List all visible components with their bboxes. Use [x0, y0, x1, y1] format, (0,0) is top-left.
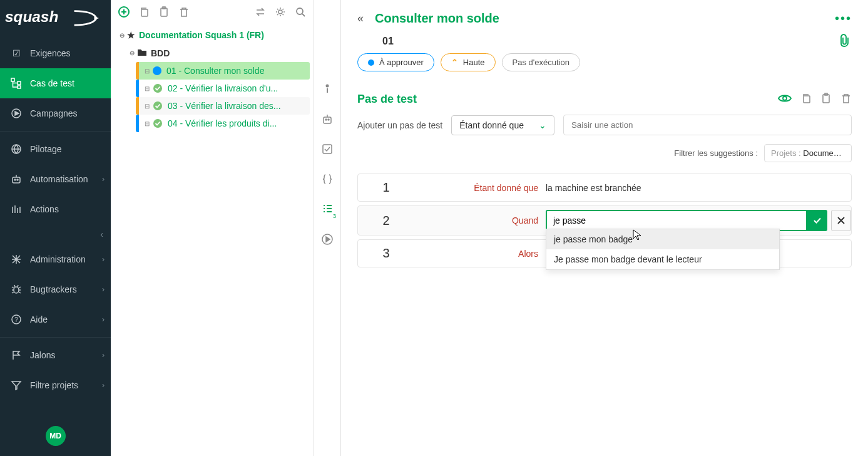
sliders-icon: [10, 253, 23, 266]
filter-prefix: Projets :: [771, 148, 803, 158]
toggle-icon[interactable]: ⊟: [143, 85, 151, 92]
nav-actions[interactable]: Actions: [0, 194, 111, 224]
status-chips: À approuver ⌃ Haute Pas d'exécution: [357, 53, 852, 71]
chevron-right-icon: ›: [102, 175, 105, 184]
toggle-icon[interactable]: ⊟: [143, 68, 151, 75]
copy-icon[interactable]: [137, 5, 151, 19]
tree-folder[interactable]: ⊖ BDD: [125, 44, 310, 62]
cancel-button[interactable]: [831, 210, 851, 231]
suggestions-dropdown: je passe mon badge Je passe mon badge de…: [546, 229, 780, 270]
add-icon[interactable]: [117, 5, 131, 19]
step-row[interactable]: 1 Étant donné que la machine est branché…: [357, 174, 852, 202]
svg-point-22: [153, 119, 162, 128]
nav-filtre-projets[interactable]: Filtre projets ›: [0, 370, 111, 400]
user-avatar[interactable]: MD: [46, 426, 66, 446]
nav-list: ☑ Exigences Cas de test Campagnes Pilota…: [0, 38, 111, 416]
eye-icon[interactable]: [778, 93, 792, 105]
tree: ⊖ ★ Documentation Squash 1 (FR) ⊖ BDD ⊟ …: [111, 24, 314, 135]
detail-panel: « Consulter mon solde ••• 01 À approuver…: [341, 0, 868, 456]
toggle-icon[interactable]: ⊟: [143, 120, 151, 127]
nav-pilotage[interactable]: Pilotage: [0, 134, 111, 164]
swap-icon[interactable]: [253, 5, 267, 19]
add-step-label: Ajouter un pas de test: [357, 120, 442, 130]
step-number: 1: [358, 174, 414, 201]
tree-toolbar: [111, 0, 314, 24]
checklist-icon[interactable]: [320, 142, 335, 157]
filter-label: Filtrer les suggestions :: [674, 148, 758, 158]
chevron-right-icon: ›: [102, 255, 105, 264]
suggestion-item[interactable]: je passe mon badge: [546, 229, 779, 249]
step-edit-input[interactable]: [546, 210, 807, 231]
step-value: la machine est branchée: [546, 177, 851, 199]
toggle-icon[interactable]: ⊟: [143, 103, 151, 110]
testcase-row[interactable]: ⊟ 01 - Consulter mon solde: [136, 62, 310, 80]
svg-point-21: [153, 101, 162, 110]
nav-bugtrackers[interactable]: Bugtrackers ›: [0, 274, 111, 304]
robot-icon[interactable]: [320, 111, 335, 127]
folder-icon: [137, 48, 147, 58]
bars-icon: [10, 203, 23, 215]
gear-icon[interactable]: [273, 5, 287, 19]
globe-icon: [10, 143, 23, 155]
svg-rect-31: [804, 96, 810, 103]
svg-rect-24: [324, 117, 331, 123]
search-icon[interactable]: [294, 5, 307, 19]
nav-exigences[interactable]: ☑ Exigences: [0, 38, 111, 68]
svg-point-30: [783, 96, 787, 100]
delete-icon[interactable]: [840, 93, 852, 106]
funnel-icon: [10, 379, 23, 391]
confirm-button[interactable]: [807, 210, 827, 231]
collapse-icon[interactable]: ⊖: [117, 32, 127, 39]
nav-label: Administration: [30, 254, 86, 264]
paste-icon[interactable]: [820, 93, 832, 106]
collapse-icon[interactable]: ⊖: [127, 49, 137, 56]
page-title: Consulter mon solde: [375, 11, 499, 26]
status-chip-approve[interactable]: À approuver: [357, 53, 434, 71]
svg-rect-3: [18, 81, 21, 85]
nav-label: Automatisation: [30, 174, 88, 184]
nav-automatisation[interactable]: Automatisation ›: [0, 164, 111, 194]
nav-cas-de-test[interactable]: Cas de test: [0, 68, 111, 98]
play-circle-icon[interactable]: [320, 232, 335, 247]
svg-marker-6: [15, 111, 19, 115]
testcase-row[interactable]: ⊟ 02 - Vérifier la livraison d'u...: [136, 80, 310, 97]
priority-chip-high[interactable]: ⌃ Haute: [441, 53, 496, 71]
filter-select[interactable]: Projets : Document...: [764, 144, 852, 162]
nav-campagnes[interactable]: Campagnes: [0, 98, 111, 128]
testcase-row[interactable]: ⊟ 03 - Vérifier la livraison des...: [136, 97, 310, 115]
nav-label: Actions: [30, 204, 59, 214]
suggestion-item[interactable]: Je passe mon badge devant le lecteur: [546, 249, 779, 269]
delete-icon[interactable]: [177, 5, 191, 19]
braces-icon[interactable]: [320, 172, 335, 187]
nav-label: Campagnes: [30, 108, 78, 118]
nav-aide[interactable]: ? Aide ›: [0, 304, 111, 334]
collapse-left-icon[interactable]: «: [357, 12, 364, 25]
robot-icon: [10, 173, 23, 185]
copy-icon[interactable]: [800, 93, 812, 106]
chip-label: À approuver: [379, 58, 424, 67]
step-keyword: Alors: [414, 249, 546, 259]
paste-icon[interactable]: [157, 5, 171, 19]
svg-rect-27: [323, 145, 332, 153]
execution-chip[interactable]: Pas d'exécution: [502, 53, 580, 71]
nav-jalons[interactable]: Jalons ›: [0, 340, 111, 370]
keyword-select[interactable]: Étant donné que ⌄: [451, 115, 554, 135]
chevron-right-icon: ›: [102, 315, 105, 324]
more-icon[interactable]: •••: [835, 11, 852, 26]
nav-administration[interactable]: Administration ›: [0, 244, 111, 274]
attachment-icon[interactable]: [839, 34, 852, 49]
chevron-right-icon: ›: [102, 351, 105, 360]
action-input[interactable]: [563, 115, 852, 135]
step-row[interactable]: 2 Quand je passe mon badge Je passe mon …: [357, 205, 852, 236]
bug-icon: [10, 283, 23, 296]
testcase-row[interactable]: ⊟ 04 - Vérifier les produits di...: [136, 115, 310, 132]
play-circle-icon: [10, 107, 23, 120]
steps-icon[interactable]: 3: [320, 202, 335, 217]
project-label: Documentation Squash 1 (FR): [139, 30, 264, 40]
sidebar-collapse[interactable]: ‹: [0, 224, 111, 244]
nav-label: Bugtrackers: [30, 284, 77, 294]
svg-point-9: [14, 179, 16, 180]
info-icon[interactable]: [320, 81, 335, 96]
tree-project[interactable]: ⊖ ★ Documentation Squash 1 (FR): [115, 26, 310, 44]
step-edit-container: je passe mon badge Je passe mon badge de…: [546, 206, 851, 235]
